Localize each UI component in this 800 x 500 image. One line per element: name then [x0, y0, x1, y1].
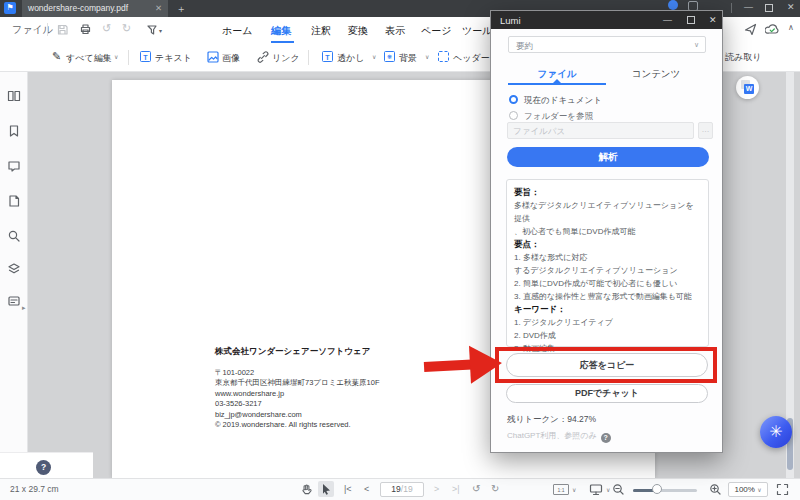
browse-button[interactable]: …: [698, 122, 713, 139]
tokens-remaining: 残りトークン：94.27%: [507, 414, 596, 426]
select-tool-icon[interactable]: [146, 24, 158, 36]
page-current[interactable]: 19: [391, 484, 400, 494]
hand-tool-icon[interactable]: [300, 483, 314, 497]
radio-current-document-label: 現在のドキュメント: [524, 95, 602, 107]
undo-icon[interactable]: ↺: [102, 22, 111, 35]
tab-content[interactable]: コンテンツ: [616, 68, 696, 81]
first-page-button[interactable]: |<: [344, 484, 352, 494]
background-tool-icon: ❋: [384, 51, 395, 62]
fit-screen-icon[interactable]: [589, 483, 603, 496]
status-bar: 21 x 29.7 cm |< < 19/19 > >| ↺ ↻ 1:1 ∨ ∨…: [0, 478, 800, 500]
arrow-shaft: [424, 360, 472, 372]
select-tool-active[interactable]: [318, 481, 334, 497]
attachment-icon[interactable]: [7, 194, 21, 208]
menu-tab-edit[interactable]: 編集: [271, 24, 291, 38]
search-icon[interactable]: [7, 229, 21, 243]
account-avatar[interactable]: [668, 0, 678, 10]
summary-line: 、初心者でも簡単にDVD作成可能: [514, 225, 701, 238]
thumbnails-icon[interactable]: [7, 89, 21, 103]
point-line: するデジタルクリエイティブソリューション: [514, 264, 701, 277]
prev-page-button[interactable]: <: [364, 484, 369, 494]
lumi-close-button[interactable]: ✕: [709, 15, 717, 25]
tab-close-icon[interactable]: ✕: [155, 0, 162, 17]
zoom-slider-track[interactable]: [633, 489, 697, 492]
actual-size-dropdown-icon[interactable]: ∨: [572, 486, 576, 493]
chatgpt-footnote: ChatGPT利用、参照のみ?: [507, 430, 611, 443]
window-minimize-button[interactable]: —: [744, 1, 753, 14]
doc-company-name: 株式会社ワンダーシェアーソフトウェア: [215, 346, 370, 358]
radio-current-document[interactable]: [509, 95, 518, 104]
comment-icon[interactable]: [7, 159, 21, 173]
print-icon[interactable]: [79, 23, 92, 36]
actual-size-icon[interactable]: 1:1: [553, 484, 569, 495]
last-page-button[interactable]: >|: [452, 484, 460, 494]
text-tool-icon: T: [140, 51, 151, 62]
image-tool-button[interactable]: 画像: [222, 52, 240, 65]
window-close-button[interactable]: ✕: [787, 1, 795, 14]
lumi-ai-button[interactable]: ✳: [760, 416, 792, 448]
menu-tab-page[interactable]: ページ: [421, 24, 451, 38]
document-tab-title: wondershare-company.pdf: [28, 0, 128, 17]
analyze-button[interactable]: 解析: [507, 147, 709, 167]
layers-icon[interactable]: [7, 262, 21, 276]
menu-tab-convert[interactable]: 変換: [348, 24, 368, 38]
menu-tab-comment[interactable]: 注釈: [311, 24, 331, 38]
lumi-title-bar[interactable]: Lumi — ✕: [491, 11, 722, 29]
bookmark-icon[interactable]: [7, 124, 21, 138]
rotate-left-icon[interactable]: ↺: [472, 483, 480, 494]
result-box: 要旨： 多様なデジタルクリエイティブソリューションを提供 、初心者でも簡単にDV…: [506, 179, 709, 347]
watermark-dropdown-icon[interactable]: ∨: [372, 53, 376, 60]
next-page-button[interactable]: >: [434, 484, 439, 494]
background-dropdown-icon[interactable]: ∨: [425, 53, 429, 60]
word-icon: W: [744, 84, 754, 94]
menu-tab-view[interactable]: 表示: [385, 24, 405, 38]
menu-tab-tool[interactable]: ツール: [462, 24, 492, 38]
edit-all-button[interactable]: すべて編集: [66, 52, 112, 65]
page-number-box[interactable]: 19/19: [380, 482, 424, 497]
convert-to-word-button[interactable]: W: [736, 76, 759, 99]
save-icon[interactable]: [56, 23, 69, 36]
lumi-maximize-button[interactable]: [687, 16, 695, 26]
fit-screen-dropdown-icon[interactable]: ∨: [606, 486, 610, 493]
text-tool-button[interactable]: テキスト: [155, 52, 192, 65]
zoom-level-select[interactable]: 100% ∨: [728, 482, 768, 497]
redo-icon[interactable]: ↻: [122, 22, 131, 35]
mode-select-value: 要約: [516, 41, 533, 53]
select-tool-dropdown-icon[interactable]: ▾: [159, 27, 162, 34]
watermark-tool-button[interactable]: 透かし: [337, 52, 364, 65]
share-icon[interactable]: [744, 23, 757, 36]
radio-browse-folder[interactable]: [509, 111, 518, 120]
lumi-minimize-button[interactable]: —: [663, 15, 672, 25]
zoom-out-icon[interactable]: [612, 483, 625, 496]
document-tab[interactable]: wondershare-company.pdf ✕: [22, 0, 168, 17]
keywords-label: キーワード：: [514, 303, 701, 316]
read-mode-label[interactable]: 読み取り: [725, 51, 761, 64]
form-field-icon[interactable]: [7, 294, 21, 308]
link-tool-button[interactable]: リンク: [272, 52, 300, 65]
header-tool-button[interactable]: ヘッダー: [453, 52, 490, 65]
chat-with-pdf-button[interactable]: PDFでチャット: [506, 384, 708, 403]
menu-tab-home[interactable]: ホーム: [222, 24, 252, 38]
keyword-line: 1. デジタルクリエイティブ: [514, 316, 701, 329]
zoom-level-value: 100%: [734, 485, 754, 494]
new-tab-button[interactable]: ＋: [176, 2, 186, 16]
zoom-in-icon[interactable]: [709, 483, 722, 496]
zoom-slider-handle[interactable]: [652, 484, 662, 494]
point-line: 1. 多様な形式に対応: [514, 251, 701, 264]
info-question-icon[interactable]: ?: [601, 433, 611, 443]
vertical-scrollbar[interactable]: [786, 72, 794, 478]
edit-all-dropdown-icon[interactable]: ∨: [114, 53, 118, 60]
background-tool-button[interactable]: 背景: [399, 52, 417, 65]
mode-select[interactable]: 要約 ∨: [508, 36, 706, 53]
filepath-input[interactable]: [507, 122, 694, 139]
chevron-down-icon: ∨: [694, 41, 699, 49]
rotate-right-icon[interactable]: ↻: [491, 483, 499, 494]
left-panel-bar: ▸: [0, 72, 28, 478]
collapse-toolbar-icon[interactable]: ∧: [788, 23, 794, 32]
window-restore-button[interactable]: [765, 3, 773, 16]
fullscreen-icon[interactable]: [776, 483, 789, 496]
help-button[interactable]: ?: [36, 460, 51, 475]
expand-panel-icon[interactable]: ▸: [22, 304, 26, 312]
cloud-sync-icon[interactable]: [765, 23, 779, 36]
copy-response-button[interactable]: 応答をコピー: [506, 353, 708, 377]
